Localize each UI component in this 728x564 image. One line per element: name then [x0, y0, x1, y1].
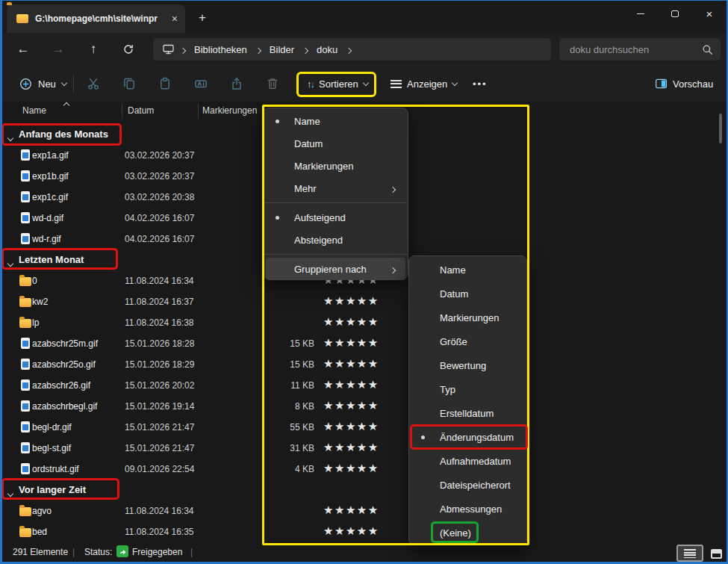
paste-button[interactable]	[153, 72, 177, 96]
file-name: exp1a.gif	[32, 150, 69, 161]
back-button[interactable]: ←	[11, 37, 35, 61]
menu-item-gr-e[interactable]: Größe	[411, 329, 524, 353]
sort-button[interactable]: ↑↓ Sortieren	[301, 72, 374, 96]
maximize-button[interactable]	[658, 1, 692, 26]
gif-file-icon	[21, 212, 30, 223]
column-header-markierungen[interactable]: Markierungen	[202, 105, 257, 116]
file-date: 03.02.2026 20:37	[125, 171, 194, 182]
menu-item-abmessungen[interactable]: Abmessungen	[411, 497, 524, 521]
group-header-vor-langer-zeit[interactable]: Vor langer Zeit	[2, 480, 715, 501]
file-name: exp1b.gif	[32, 171, 69, 182]
cut-button[interactable]	[81, 72, 105, 96]
chevron-down-icon	[363, 79, 369, 85]
chevron-right-icon[interactable]	[346, 44, 351, 55]
share-icon	[230, 77, 243, 90]
column-divider[interactable]	[198, 104, 199, 119]
rename-button[interactable]	[189, 72, 213, 96]
file-row-azabschrbegl-gif[interactable]: azabschrbegl.gif15.01.2026 19:148 KB★★★★…	[2, 396, 715, 417]
copy-icon	[122, 77, 136, 90]
file-row-kw2[interactable]: kw211.08.2024 16:37★★★★★	[2, 291, 715, 312]
menu-item-markierungen[interactable]: Markierungen	[411, 306, 524, 329]
minimize-button[interactable]	[623, 1, 658, 26]
sort-ascending-caret-icon	[64, 99, 69, 110]
menu-item-markierungen[interactable]: Markierungen	[266, 155, 405, 177]
menu-item-name[interactable]: Name	[266, 110, 405, 132]
file-name: azabschr25m.gif	[32, 338, 98, 349]
chevron-right-icon[interactable]	[181, 44, 185, 55]
menu-item-bewertung[interactable]: Bewertung	[411, 353, 524, 377]
gif-file-icon	[21, 421, 30, 433]
explorer-tab[interactable]: G:\homepage\cmh\site\winpr ×	[7, 4, 185, 33]
delete-button[interactable]	[261, 72, 284, 96]
chevron-down-icon[interactable]	[8, 132, 13, 143]
menu-item-datum[interactable]: Datum	[266, 132, 405, 155]
column-header-name[interactable]: Name	[22, 105, 46, 116]
file-name: wd-r.gif	[32, 234, 61, 244]
menu-item-nderungsdatum[interactable]: Änderungsdatum	[411, 425, 524, 449]
breadcrumb-item-bibliotheken[interactable]: Bibliotheken	[191, 44, 250, 55]
menu-item-label: Aufsteigend	[294, 212, 346, 223]
view-button[interactable]: Anzeigen	[385, 72, 463, 96]
menu-item-typ[interactable]: Typ	[411, 377, 524, 401]
menu-item-label: Erstelldatum	[440, 408, 494, 419]
more-options-button[interactable]: •••	[467, 72, 494, 96]
search-icon[interactable]	[702, 44, 713, 55]
menu-item-dateispeicherort[interactable]: Dateispeicherort	[411, 473, 524, 497]
forward-button[interactable]: →	[46, 37, 70, 61]
file-row-bed[interactable]: bed11.08.2024 16:35★★★★★	[2, 521, 715, 542]
file-date: 15.01.2026 18:28	[125, 338, 194, 349]
menu-item-keine[interactable]: (Keine)	[411, 521, 524, 545]
file-row-begl-dr-gif[interactable]: begl-dr.gif15.01.2026 21:4755 KB★★★★★	[2, 417, 715, 438]
file-date: 15.01.2026 21:47	[125, 443, 194, 453]
menu-item-label: Gruppieren nach	[294, 264, 367, 275]
details-view-button[interactable]	[676, 545, 703, 562]
search-box[interactable]	[559, 38, 721, 61]
menu-item-name[interactable]: Name	[411, 258, 524, 282]
column-divider[interactable]	[122, 104, 122, 119]
menu-item-erstelldatum[interactable]: Erstelldatum	[411, 401, 524, 425]
chevron-right-icon[interactable]	[303, 44, 308, 55]
file-size: 8 KB	[261, 401, 314, 412]
file-row-azabschr25m-gif[interactable]: azabschr25m.gif15.01.2026 18:2815 KB★★★★…	[2, 333, 715, 354]
file-row-azabschr25o-gif[interactable]: azabschr25o.gif15.01.2026 18:2915 KB★★★★…	[2, 354, 715, 375]
menu-item-datum[interactable]: Datum	[411, 282, 524, 306]
file-row-lp[interactable]: lp11.08.2024 16:38★★★★★	[2, 312, 715, 333]
this-pc-icon[interactable]	[162, 43, 175, 55]
file-row-agvo[interactable]: agvo11.08.2024 16:34★★★★★	[2, 501, 715, 521]
tab-close-icon[interactable]: ×	[172, 13, 178, 24]
file-row-begl-st-gif[interactable]: begl-st.gif15.01.2026 21:4731 KB★★★★★	[2, 438, 715, 459]
status-bar: 291 Elemente | Status: Freigegeben |	[2, 543, 727, 562]
menu-item-aufsteigend[interactable]: Aufsteigend	[266, 206, 405, 229]
close-button[interactable]: ×	[692, 1, 727, 26]
chevron-right-icon[interactable]	[256, 44, 261, 55]
gif-file-icon	[21, 338, 30, 349]
menu-item-label: Name	[294, 116, 320, 127]
file-row-azabschr26-gif[interactable]: azabschr26.gif15.01.2026 20:0211 KB★★★★★	[2, 375, 715, 396]
breadcrumb-item-doku[interactable]: doku	[314, 44, 340, 55]
file-row-ordstrukt-gif[interactable]: ordstrukt.gif09.01.2026 22:544 KB★★★★★	[2, 459, 715, 480]
preview-pane-icon	[655, 78, 668, 90]
chevron-down-icon[interactable]	[8, 258, 13, 268]
menu-item-label: Aufnahmedatum	[440, 456, 511, 467]
sort-arrows-icon: ↑↓	[307, 78, 314, 90]
refresh-button[interactable]	[116, 37, 140, 61]
column-header-datum[interactable]: Datum	[128, 105, 154, 116]
menu-item-aufnahmedatum[interactable]: Aufnahmedatum	[411, 449, 524, 473]
file-date: 09.01.2026 22:54	[125, 464, 194, 474]
file-name: azabschr25o.gif	[32, 359, 96, 370]
chevron-down-icon[interactable]	[8, 488, 13, 498]
thumbnail-view-button[interactable]	[707, 546, 725, 561]
new-tab-button[interactable]: +	[193, 9, 212, 27]
menu-item-mehr[interactable]: Mehr	[266, 177, 405, 199]
copy-button[interactable]	[117, 72, 141, 96]
scrollbar-thumb[interactable]	[719, 114, 722, 143]
group-label: Anfang des Monats	[19, 128, 108, 140]
up-button[interactable]: ↑	[81, 37, 105, 61]
share-button[interactable]	[225, 72, 249, 96]
menu-item-absteigend[interactable]: Absteigend	[266, 229, 405, 251]
new-button[interactable]: Neu	[12, 72, 74, 96]
search-input[interactable]	[568, 43, 702, 56]
breadcrumb-item-bilder[interactable]: Bilder	[267, 44, 297, 55]
menu-item-gruppieren-nach[interactable]: Gruppieren nach	[266, 258, 405, 280]
preview-toggle-button[interactable]: Vorschau	[649, 72, 719, 96]
